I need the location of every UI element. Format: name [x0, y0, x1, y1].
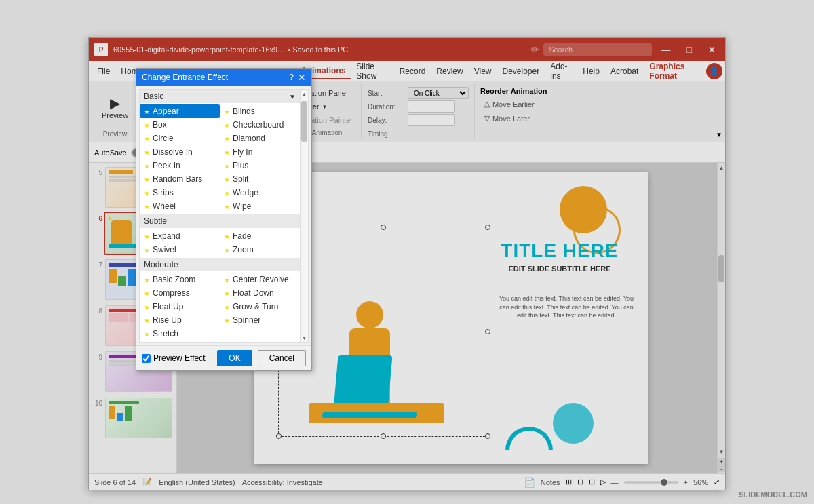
zoom-slider[interactable]: [624, 481, 678, 484]
view-presenter-button[interactable]: ▷: [600, 478, 606, 486]
extra-scroll-buttons: + -: [717, 457, 726, 473]
app-logo: P: [94, 43, 108, 56]
item-blinds[interactable]: ★ Blinds: [220, 104, 300, 118]
handle-bottomleft[interactable]: [276, 433, 282, 439]
notes-button[interactable]: 📄: [524, 477, 535, 488]
slide-title: TITLE HERE: [485, 240, 634, 262]
modal-scroll-track: [301, 98, 308, 334]
zoom-out-button[interactable]: —: [611, 478, 619, 486]
item-stretch[interactable]: ★ Stretch: [140, 327, 220, 341]
slide-thumb-10[interactable]: 10: [92, 396, 174, 440]
modal-scroll-thumb[interactable]: [301, 101, 307, 142]
menu-acrobat[interactable]: Acrobat: [605, 64, 644, 79]
item-swivel[interactable]: ★ Swivel: [140, 243, 220, 256]
menu-record[interactable]: Record: [394, 64, 431, 79]
item-zoom[interactable]: ★ Zoom: [220, 243, 300, 256]
close-button[interactable]: ✕: [704, 43, 720, 56]
modal-scroll-up[interactable]: ▲: [301, 90, 308, 98]
item-appear[interactable]: ★ Appear: [140, 104, 220, 118]
star-wedge: ★: [224, 189, 230, 197]
item-strips[interactable]: ★ Strips: [140, 186, 220, 199]
start-select[interactable]: On Click: [408, 87, 469, 99]
item-grow-turn[interactable]: ★ Grow & Turn: [220, 300, 300, 313]
item-fly-in[interactable]: ★ Fly In: [220, 145, 300, 159]
item-float-down[interactable]: ★ Float Down: [220, 286, 300, 300]
cancel-button[interactable]: Cancel: [258, 350, 306, 366]
item-rise-up[interactable]: ★ Rise Up: [140, 313, 220, 327]
change-entrance-effect-dialog: Change Entrance Effect ? ✕ Basic ▼ ★: [136, 68, 312, 371]
delay-input[interactable]: 00.00: [408, 114, 455, 126]
view-reading-button[interactable]: ⊡: [589, 478, 595, 486]
autosave-label: AutoSave: [94, 149, 127, 157]
item-split[interactable]: ★ Split: [220, 172, 300, 186]
zoom-in-scroll[interactable]: +: [718, 458, 725, 465]
item-float-up[interactable]: ★ Float Up: [140, 300, 220, 313]
view-slide-sorter-button[interactable]: ⊟: [577, 478, 583, 486]
handle-topright[interactable]: [485, 225, 490, 230]
menu-graphics-format[interactable]: Graphics Format: [644, 59, 706, 83]
menu-help[interactable]: Help: [577, 64, 605, 79]
teal-circle-decoration: [553, 403, 594, 444]
duration-input[interactable]: [408, 100, 455, 113]
handle-topmid[interactable]: [381, 225, 386, 230]
window-title: 60555-01-digital-divide-powerpoint-templ…: [113, 45, 531, 54]
menu-addins[interactable]: Add-ins: [545, 59, 577, 83]
modal-close-button[interactable]: ✕: [298, 73, 306, 82]
menu-view[interactable]: View: [469, 64, 497, 79]
zoom-out-scroll[interactable]: -: [718, 465, 725, 472]
slide-canvas[interactable]: TITLE HERE EDIT SLIDE SUBTITLE HERE You …: [254, 172, 648, 464]
item-center-revolve[interactable]: ★ Center Revolve: [220, 273, 300, 286]
preview-btn-area: ▶ Preview: [96, 85, 134, 129]
item-compress[interactable]: ★ Compress: [140, 286, 220, 300]
item-plus[interactable]: ★ Plus: [220, 159, 300, 172]
move-later-button[interactable]: ▽ Move Later: [480, 112, 534, 125]
title-search-input[interactable]: [543, 43, 652, 56]
handle-bottommid[interactable]: [381, 433, 386, 439]
slide-title-area[interactable]: TITLE HERE EDIT SLIDE SUBTITLE HERE: [485, 240, 634, 273]
menu-slideshow[interactable]: Slide Show: [351, 59, 393, 83]
item-wipe[interactable]: ★ Wipe: [220, 199, 300, 213]
modal-help-button[interactable]: ?: [289, 73, 294, 82]
modal-list-container: Basic ▼ ★ Appear ★ Blinds ★: [139, 89, 309, 343]
slide-star-6: ★: [107, 215, 113, 222]
item-random-bars[interactable]: ★ Random Bars: [140, 172, 220, 186]
slide-body-text[interactable]: You can edit this text. This text can be…: [499, 294, 634, 320]
item-wedge[interactable]: ★ Wedge: [220, 186, 300, 199]
ribbon-collapse-button[interactable]: ▼: [716, 130, 722, 139]
preview-button[interactable]: ▶ Preview: [96, 92, 134, 123]
preview-effect-checkbox[interactable]: [142, 354, 151, 363]
item-expand[interactable]: ★ Expand: [140, 229, 220, 243]
star-flyin: ★: [224, 149, 230, 156]
item-fade[interactable]: ★ Fade: [220, 229, 300, 243]
modal-scroll-down[interactable]: ▼: [301, 334, 308, 342]
item-wheel[interactable]: ★ Wheel: [140, 199, 220, 213]
scrollbar-thumb[interactable]: [718, 255, 724, 282]
section-subtle: Subtle: [140, 214, 300, 228]
item-box[interactable]: ★ Box: [140, 118, 220, 132]
move-earlier-button[interactable]: △ Move Earlier: [480, 98, 539, 111]
item-diamond[interactable]: ★ Diamond: [220, 132, 300, 145]
handle-midright[interactable]: [485, 329, 490, 334]
maximize-button[interactable]: □: [682, 43, 696, 56]
ok-button[interactable]: OK: [217, 350, 252, 366]
handle-bottomright[interactable]: [485, 433, 490, 439]
menu-developer[interactable]: Developer: [497, 64, 545, 79]
item-checkerboard[interactable]: ★ Checkerboard: [220, 118, 300, 132]
canvas-scrollbar: ▲ ▼ + -: [717, 163, 725, 473]
item-peek-in[interactable]: ★ Peek In: [140, 159, 220, 172]
titlebar: P 60555-01-digital-divide-powerpoint-tem…: [89, 38, 725, 61]
scroll-down-arrow[interactable]: ▼: [718, 447, 725, 457]
item-dissolve-in[interactable]: ★ Dissolve In: [140, 145, 220, 159]
fit-to-window-button[interactable]: ⤢: [714, 478, 720, 486]
menu-review[interactable]: Review: [431, 64, 468, 79]
account-button[interactable]: 👤: [706, 63, 722, 79]
star-stretch: ★: [144, 330, 150, 338]
item-spinner[interactable]: ★ Spinner: [220, 313, 300, 327]
item-basic-zoom[interactable]: ★ Basic Zoom: [140, 273, 220, 286]
item-circle[interactable]: ★ Circle: [140, 132, 220, 145]
scroll-up-arrow[interactable]: ▲: [718, 163, 725, 172]
view-normal-button[interactable]: ⊞: [566, 478, 572, 486]
menu-file[interactable]: File: [92, 64, 115, 79]
minimize-button[interactable]: —: [657, 43, 674, 56]
zoom-in-button[interactable]: +: [684, 478, 688, 486]
